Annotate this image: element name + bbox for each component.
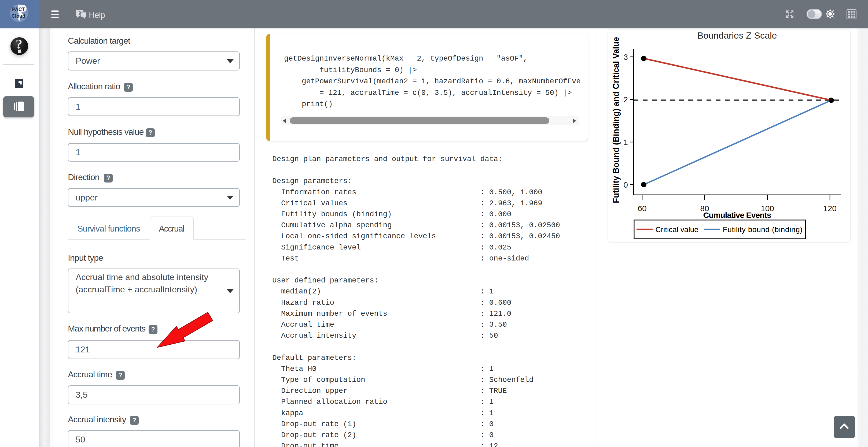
svg-text:Cumulative Events: Cumulative Events xyxy=(703,211,771,219)
svg-text:1: 1 xyxy=(623,138,628,147)
svg-text:0: 0 xyxy=(623,180,628,189)
svg-text:?: ? xyxy=(16,37,23,51)
svg-text:2: 2 xyxy=(623,95,628,104)
svg-text:120: 120 xyxy=(823,204,837,213)
svg-text:Futility Bound (Binding) and C: Futility Bound (Binding) and Critical Va… xyxy=(611,37,621,203)
svg-text:Cloud: Cloud xyxy=(11,13,25,19)
svg-text:Futility bound (binding): Futility bound (binding) xyxy=(723,226,803,234)
svg-text:3: 3 xyxy=(623,53,628,61)
svg-text:Boundaries Z Scale: Boundaries Z Scale xyxy=(698,30,777,40)
svg-text:PACT: PACT xyxy=(12,7,25,12)
svg-text:Critical value: Critical value xyxy=(656,226,699,234)
svg-text:60: 60 xyxy=(638,204,646,213)
